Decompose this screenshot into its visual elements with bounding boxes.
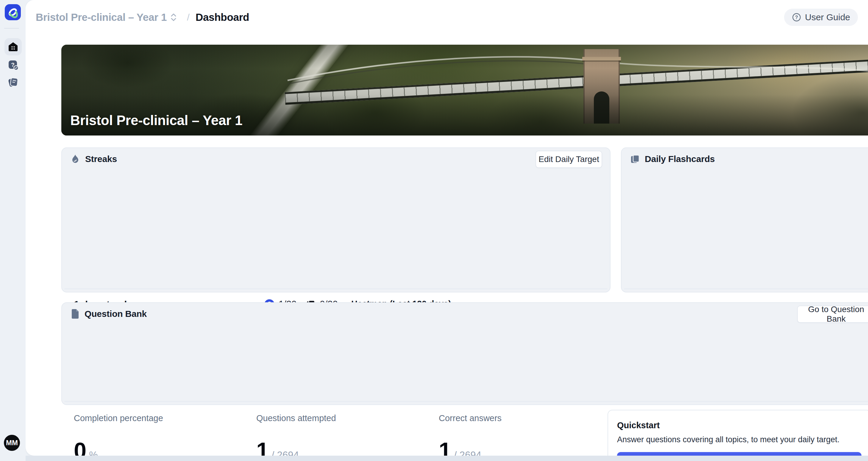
course-title: Bristol Pre-clinical – Year 1 bbox=[70, 112, 242, 128]
document-icon bbox=[70, 309, 80, 319]
question-bank-stat: Correct answers1/ 2694 bbox=[439, 413, 621, 461]
daily-flashcards-card: Daily Flashcards 0 / 20 Start Daily Flas… bbox=[621, 147, 868, 293]
flame-icon bbox=[70, 154, 81, 164]
breadcrumb-separator: / bbox=[187, 12, 190, 23]
user-guide-label: User Guide bbox=[805, 12, 850, 22]
user-guide-button[interactable]: ? User Guide bbox=[784, 9, 858, 26]
flashcards-stack-icon bbox=[630, 154, 640, 164]
question-bank-stats: Completion percentage0%Questions attempt… bbox=[74, 413, 621, 461]
sidebar-item-home[interactable] bbox=[4, 38, 22, 55]
stat-label: Questions attempted bbox=[256, 413, 439, 423]
sidebar: ? MM bbox=[0, 0, 26, 461]
daily-flashcards-body: 0 / 20 Start Daily Flashcards Go to Flas… bbox=[624, 288, 868, 289]
streaks-card: Streaks Edit Daily Target 1 day streak ?… bbox=[61, 147, 611, 293]
question-bank-card: Question Bank Go to Question Bank Comple… bbox=[61, 302, 868, 405]
stat-label: Completion percentage bbox=[74, 413, 256, 423]
daily-flashcards-title: Daily Flashcards bbox=[645, 154, 715, 164]
streaks-title: Streaks bbox=[85, 154, 117, 164]
breadcrumb-page: Dashboard bbox=[195, 11, 249, 23]
question-bank-stat: Questions attempted1/ 2694 bbox=[256, 413, 439, 461]
go-to-question-bank-button[interactable]: Go to Question Bank bbox=[797, 306, 868, 323]
edit-daily-target-button[interactable]: Edit Daily Target bbox=[535, 151, 602, 168]
page-bottom-strip bbox=[0, 456, 868, 461]
breadcrumb-course[interactable]: Bristol Pre-clinical – Year 1 bbox=[36, 11, 167, 23]
svg-text:?: ? bbox=[795, 15, 798, 20]
main-panel: Bristol Pre-clinical – Year 1 / Dashboar… bbox=[26, 0, 868, 456]
quickstart-description: Answer questions covering all topics, to… bbox=[617, 435, 862, 444]
help-circle-icon: ? bbox=[792, 12, 801, 22]
sidebar-item-question-bank[interactable]: ? bbox=[4, 57, 22, 74]
question-bank-title: Question Bank bbox=[85, 309, 147, 319]
user-avatar[interactable]: MM bbox=[4, 435, 20, 451]
quickstart-title: Quickstart bbox=[617, 421, 862, 430]
daily-flashcards-header: Daily Flashcards bbox=[622, 148, 868, 170]
streaks-body: 1 day streak ? 1/20 0/20 MoTuWeThFrSaSu … bbox=[64, 288, 608, 289]
question-bank-header: Question Bank bbox=[62, 303, 868, 325]
topbar: Bristol Pre-clinical – Year 1 / Dashboar… bbox=[26, 0, 868, 35]
logo-knot-icon bbox=[6, 6, 19, 19]
app-logo[interactable] bbox=[5, 4, 21, 20]
stat-label: Correct answers bbox=[439, 413, 621, 423]
question-bank-icon: ? bbox=[7, 59, 19, 71]
sidebar-item-flashcards[interactable] bbox=[4, 73, 22, 91]
question-bank-stat: Completion percentage0% bbox=[74, 413, 256, 461]
streaks-header: Streaks bbox=[62, 148, 610, 170]
course-switcher-icon[interactable] bbox=[170, 13, 177, 22]
flashcards-icon bbox=[7, 76, 19, 88]
course-banner: Bristol Pre-clinical – Year 1 bbox=[61, 45, 868, 135]
home-icon bbox=[8, 41, 19, 52]
quickstart-card: Quickstart Answer questions covering all… bbox=[608, 410, 868, 461]
sidebar-divider bbox=[4, 28, 19, 29]
question-bank-body: Completion percentage0%Questions attempt… bbox=[64, 401, 868, 402]
